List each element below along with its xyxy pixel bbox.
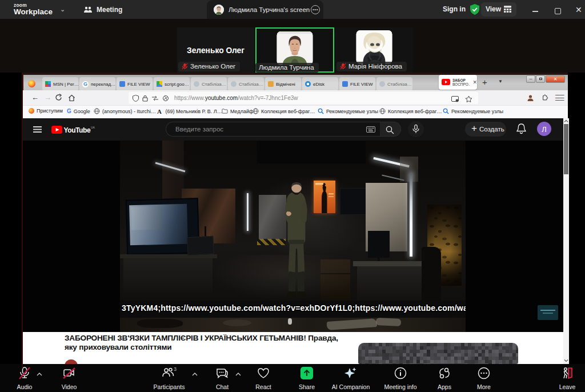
svg-text:3: 3 xyxy=(174,366,177,372)
svg-text:YouTube: YouTube xyxy=(64,126,91,134)
svg-text:UA: UA xyxy=(91,126,95,129)
